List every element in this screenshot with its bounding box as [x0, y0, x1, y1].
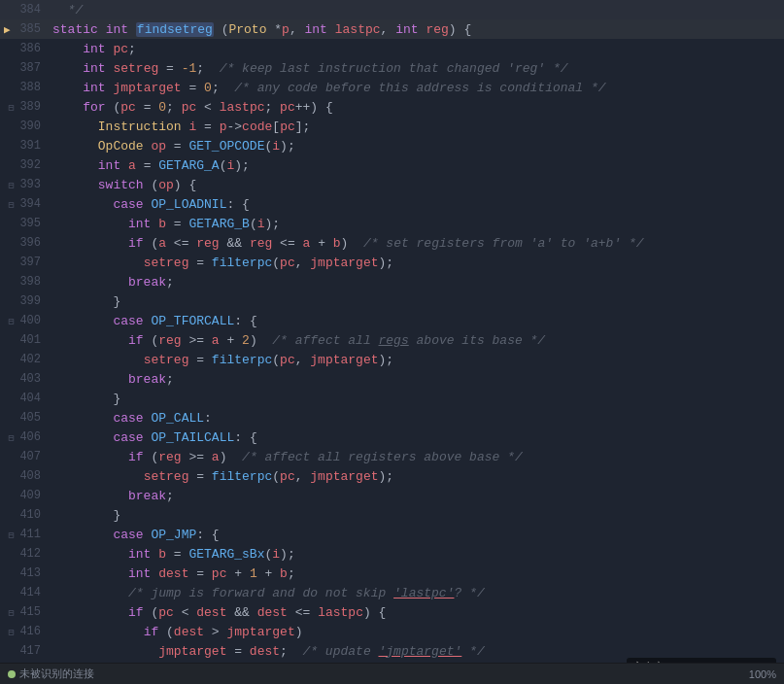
token-plain: ); — [234, 158, 250, 173]
line-gutter: 396 — [0, 236, 49, 250]
token-var: jmptarget — [226, 625, 294, 639]
token-plain — [52, 605, 128, 620]
token-var: reg — [196, 236, 219, 251]
token-plain: ); — [280, 139, 295, 154]
fold-icon[interactable]: ⊟ — [8, 316, 17, 325]
token-plain: ( — [144, 605, 159, 620]
line-gutter: ▶385 — [0, 22, 49, 36]
fold-icon[interactable]: ⊟ — [8, 199, 17, 209]
line-number: 385 — [19, 22, 41, 36]
token-plain: ) { — [174, 178, 196, 192]
token-plain — [52, 61, 83, 76]
line-number: 402 — [19, 353, 41, 366]
token-comment: /* affect all regs above its base */ — [272, 333, 545, 348]
table-row: 397 setreg = filterpc(pc, jmptarget); — [0, 253, 784, 272]
line-gutter: ⊟416 — [0, 625, 49, 638]
token-kw: int — [305, 22, 327, 37]
table-row: 386 int pc; — [0, 39, 784, 58]
table-row: ⊟416 if (dest > jmptarget) — [0, 622, 784, 641]
token-plain: = — [158, 61, 181, 76]
token-var: a — [212, 450, 220, 464]
token-var: i — [272, 547, 280, 562]
token-kw: switch — [98, 178, 144, 192]
token-num: 2 — [242, 333, 250, 348]
fold-icon[interactable]: ⊟ — [8, 102, 17, 112]
token-plain: , — [295, 469, 311, 484]
line-gutter: 412 — [0, 547, 49, 561]
fold-icon[interactable]: ⊟ — [8, 607, 17, 617]
line-gutter: 413 — [0, 566, 49, 580]
token-var: p — [282, 22, 290, 37]
table-row: 409 break; — [0, 486, 784, 505]
token-plain — [52, 547, 128, 562]
table-row: ⊟400 case OP_TFORCALL: { — [0, 311, 784, 330]
token-var: pc — [280, 256, 295, 270]
line-gutter: 408 — [0, 469, 49, 483]
code-content: } — [49, 508, 784, 523]
token-plain: && — [220, 236, 250, 251]
token-plain: ; — [166, 372, 174, 387]
token-var: i — [272, 139, 280, 154]
line-number: 406 — [19, 430, 41, 444]
token-plain: ; — [196, 61, 219, 76]
token-plain: , — [295, 256, 311, 270]
fold-icon[interactable]: ⊟ — [8, 627, 17, 636]
fold-icon[interactable]: ⊟ — [8, 530, 17, 539]
token-plain: + — [220, 333, 242, 348]
token-kw: int — [128, 217, 151, 231]
token-kw: if — [128, 333, 144, 348]
token-plain: , — [295, 353, 311, 367]
token-kw: int — [106, 22, 128, 37]
token-var: a — [212, 333, 220, 348]
code-content: if (reg >= a + 2) /* affect all regs abo… — [49, 333, 784, 348]
line-number: 399 — [19, 294, 41, 308]
token-kw: if — [128, 236, 144, 251]
token-plain — [52, 333, 128, 348]
token-var: b — [333, 236, 341, 251]
line-gutter: 404 — [0, 392, 49, 405]
line-number: 400 — [19, 314, 41, 327]
table-row: 390 Instruction i = p->code[pc]; — [0, 117, 784, 136]
line-gutter: 399 — [0, 294, 49, 308]
token-plain: ( — [144, 236, 159, 251]
line-number: 396 — [19, 236, 41, 250]
token-plain: : — [204, 411, 212, 426]
token-comment: /* any code before this address is condi… — [234, 81, 605, 95]
line-number: 413 — [19, 566, 41, 580]
token-var: op — [158, 178, 174, 192]
token-plain — [52, 489, 128, 503]
line-number: 417 — [19, 644, 41, 658]
table-row: ⊟411 case OP_JMP: { — [0, 525, 784, 544]
line-gutter: 388 — [0, 81, 49, 94]
line-gutter: 386 — [0, 42, 49, 55]
table-row: 403 break; — [0, 369, 784, 389]
fold-icon[interactable]: ⊟ — [8, 180, 17, 189]
token-plain: ; — [166, 489, 174, 503]
token-plain: ( — [214, 22, 229, 37]
token-var: pc — [280, 120, 295, 134]
line-gutter: 403 — [0, 372, 49, 386]
table-row: 392 int a = GETARG_A(i); — [0, 155, 784, 175]
code-content: */ — [49, 3, 784, 17]
token-num: -1 — [182, 61, 197, 76]
token-var: pc — [182, 100, 197, 115]
line-number: 401 — [19, 333, 41, 347]
token-type: Proto — [228, 22, 266, 37]
line-gutter: 401 — [0, 333, 49, 347]
code-content: case OP_TAILCALL: { — [49, 430, 784, 445]
token-plain — [52, 469, 144, 484]
token-plain: ++) { — [295, 100, 333, 115]
fold-icon[interactable]: ⊟ — [8, 432, 17, 442]
token-var: reg — [426, 22, 448, 37]
token-var: reg — [158, 333, 181, 348]
token-plain: = — [188, 353, 211, 367]
token-plain — [52, 586, 128, 600]
token-plain — [52, 256, 144, 270]
table-row: 391 OpCode op = GET_OPCODE(i); — [0, 136, 784, 155]
line-number: 392 — [19, 158, 41, 172]
token-plain: ]; — [295, 120, 311, 134]
token-var: setreg — [113, 61, 158, 76]
token-kw: int — [83, 81, 105, 95]
token-var: dest — [174, 625, 204, 639]
line-number: 403 — [19, 372, 41, 386]
